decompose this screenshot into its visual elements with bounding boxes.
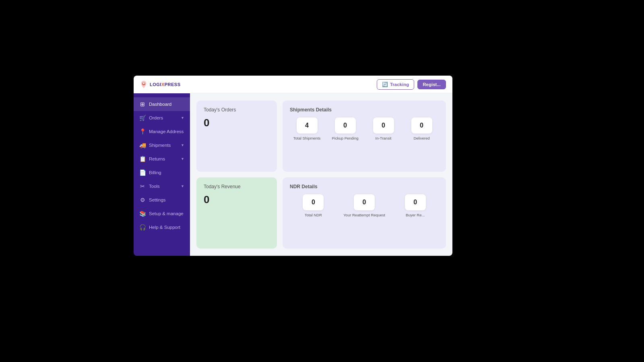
sidebar-item-shipments-label: Shipments [149, 143, 171, 148]
header-bar: 🔄 Tracking Regist... [190, 76, 452, 93]
svg-point-1 [143, 82, 145, 84]
sidebar-item-orders[interactable]: 🛒 Orders ▼ [134, 111, 190, 125]
pickup-pending-label: Pickup Pending [332, 136, 358, 140]
today-revenue-value: 0 [204, 193, 270, 206]
returns-icon: 📋 [139, 156, 146, 162]
location-icon: 📍 [139, 128, 146, 135]
buyer-re-label: Buyer Re... [406, 213, 425, 217]
total-shipments-value: 4 [297, 117, 318, 134]
total-ndr-stat: 0 Total NDR [290, 194, 337, 217]
sidebar-item-tools[interactable]: ✂ Tools ▼ [134, 179, 190, 193]
dashboard-icon: ⊞ [139, 101, 146, 107]
dashboard-content: Today's Orders 0 Shipments Details 4 Tot… [190, 93, 452, 256]
total-shipments-stat: 4 Total Shipments [290, 117, 324, 140]
setup-icon: 📚 [139, 210, 146, 217]
register-label: Regist... [423, 82, 441, 87]
sidebar-item-help-support[interactable]: 🎧 Help & Support [134, 220, 190, 234]
tools-icon: ✂ [139, 183, 146, 189]
billing-icon: 📄 [139, 169, 146, 176]
shipments-details-card: Shipments Details 4 Total Shipments 0 Pi… [283, 101, 446, 172]
logo-icon [139, 80, 148, 89]
register-button[interactable]: Regist... [417, 80, 446, 89]
total-ndr-label: Total NDR [305, 213, 322, 217]
sidebar-item-billing[interactable]: 📄 Billing [134, 166, 190, 179]
sidebar-item-settings-label: Settings [149, 197, 166, 202]
chevron-down-icon: ▼ [181, 116, 184, 120]
truck-icon: 🚚 [139, 142, 146, 148]
sidebar-item-dashboard[interactable]: ⊞ Dashboard [134, 97, 190, 111]
today-orders-title: Today's Orders [204, 107, 270, 113]
delivered-stat: 0 Delivered [405, 117, 439, 140]
sidebar-nav: ⊞ Dashboard 🛒 Orders ▼ 📍 Manage Address … [134, 93, 190, 256]
bottom-cards-row: Today's Revenue 0 NDR Details 0 Total ND… [196, 177, 446, 249]
total-shipments-label: Total Shipments [293, 136, 321, 140]
top-cards-row: Today's Orders 0 Shipments Details 4 Tot… [196, 101, 446, 172]
logo-text: LOGIXPRESS [150, 82, 181, 87]
cart-icon: 🛒 [139, 115, 146, 121]
pickup-pending-value: 0 [335, 117, 356, 134]
sidebar-item-help-support-label: Help & Support [149, 225, 180, 230]
sidebar-item-orders-label: Orders [149, 115, 163, 120]
today-revenue-title: Today's Revenue [204, 184, 270, 189]
today-orders-value: 0 [204, 117, 270, 129]
ndr-details-card: NDR Details 0 Total NDR 0 Your Reattempt… [283, 177, 446, 249]
total-ndr-value: 0 [303, 194, 324, 210]
settings-icon: ⚙ [139, 197, 146, 203]
sidebar-item-tools-label: Tools [149, 184, 160, 189]
ndr-stats: 0 Total NDR 0 Your Reattempt Request 0 B… [290, 194, 439, 217]
chevron-down-icon: ▼ [181, 157, 184, 161]
reattempt-request-label: Your Reattempt Request [343, 213, 385, 217]
in-transit-label: In-Transit [376, 136, 392, 140]
reattempt-request-value: 0 [354, 194, 375, 210]
sidebar-item-shipments[interactable]: 🚚 Shipments ▼ [134, 138, 190, 152]
pickup-pending-stat: 0 Pickup Pending [328, 117, 362, 140]
sidebar-item-manage-address[interactable]: 📍 Manage Address [134, 125, 190, 138]
sidebar-item-billing-label: Billing [149, 170, 161, 175]
sidebar-item-settings[interactable]: ⚙ Settings [134, 193, 190, 207]
shipments-details-title: Shipments Details [290, 107, 439, 113]
tracking-button[interactable]: 🔄 Tracking [377, 79, 414, 90]
sidebar-item-setup-manage-label: Setup & manage [149, 211, 184, 216]
tracking-label: Tracking [390, 82, 409, 87]
main-area: 🔄 Tracking Regist... Today's Orders 0 Sh… [190, 76, 452, 256]
sidebar-item-returns[interactable]: 📋 Returns ▼ [134, 152, 190, 166]
in-transit-stat: 0 In-Transit [366, 117, 400, 140]
shipments-stats: 4 Total Shipments 0 Pickup Pending 0 In-… [290, 117, 439, 140]
sidebar-item-dashboard-label: Dashboard [149, 102, 171, 107]
delivered-value: 0 [411, 117, 432, 134]
today-revenue-card: Today's Revenue 0 [196, 177, 277, 249]
help-icon: 🎧 [139, 224, 146, 230]
sidebar-item-setup-manage[interactable]: 📚 Setup & manage [134, 207, 190, 220]
sidebar-logo: LOGIXPRESS [134, 76, 190, 93]
delivered-label: Delivered [413, 136, 429, 140]
chevron-down-icon: ▼ [181, 143, 184, 147]
in-transit-value: 0 [373, 117, 394, 134]
buyer-re-value: 0 [405, 194, 426, 210]
chevron-down-icon: ▼ [181, 184, 184, 188]
sidebar-item-manage-address-label: Manage Address [149, 129, 184, 134]
ndr-details-title: NDR Details [290, 184, 439, 189]
today-orders-card: Today's Orders 0 [196, 101, 277, 172]
sidebar-item-returns-label: Returns [149, 156, 165, 161]
reattempt-request-stat: 0 Your Reattempt Request [341, 194, 388, 217]
buyer-re-stat: 0 Buyer Re... [392, 194, 439, 217]
sidebar: LOGIXPRESS ⊞ Dashboard 🛒 Orders ▼ 📍 Mana… [134, 76, 190, 256]
refresh-icon: 🔄 [382, 82, 388, 87]
